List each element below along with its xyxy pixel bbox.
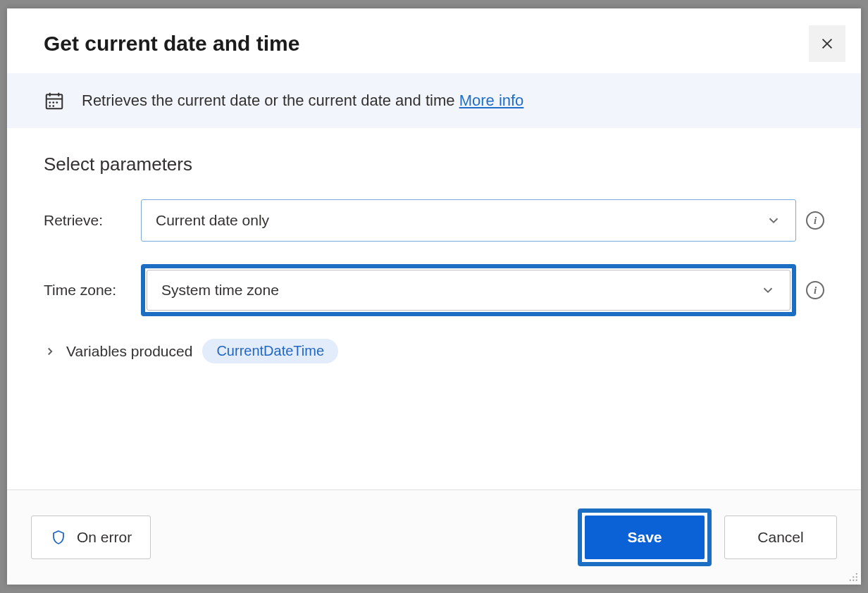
save-button[interactable]: Save — [585, 516, 705, 559]
timezone-highlight: System time zone — [141, 264, 796, 316]
retrieve-info-icon[interactable]: i — [806, 211, 824, 230]
timezone-info-icon[interactable]: i — [806, 281, 824, 299]
svg-point-14 — [856, 576, 857, 578]
timezone-dropdown[interactable]: System time zone — [147, 270, 790, 311]
dialog-body: Select parameters Retrieve: Current date… — [7, 128, 861, 489]
param-row-retrieve: Retrieve: Current date only i — [44, 199, 824, 242]
footer-right: Save Cancel — [578, 508, 837, 566]
close-icon — [819, 36, 835, 51]
svg-point-13 — [850, 580, 851, 581]
retrieve-value: Current date only — [156, 212, 269, 229]
svg-point-16 — [856, 573, 857, 575]
info-description: Retrieves the current date or the curren… — [82, 92, 523, 110]
cancel-button[interactable]: Cancel — [724, 516, 837, 559]
resize-grip-icon[interactable] — [845, 569, 858, 582]
svg-point-15 — [852, 576, 854, 578]
variable-pill-currentdatetime[interactable]: CurrentDateTime — [202, 339, 338, 363]
info-description-text: Retrieves the current date or the curren… — [82, 92, 455, 109]
timezone-value: System time zone — [161, 282, 279, 299]
dialog-title: Get current date and time — [44, 32, 299, 56]
retrieve-dropdown[interactable]: Current date only — [141, 199, 796, 242]
timezone-label: Time zone: — [44, 282, 131, 299]
dialog-header: Get current date and time — [7, 8, 861, 73]
calendar-icon — [44, 90, 65, 111]
dialog-get-current-date-time: Get current date and time Retrieves the … — [7, 8, 861, 585]
on-error-button[interactable]: On error — [31, 516, 151, 559]
chevron-down-icon — [760, 282, 776, 298]
more-info-link[interactable]: More info — [459, 92, 524, 109]
svg-point-11 — [856, 580, 857, 581]
close-button[interactable] — [809, 25, 845, 62]
variables-row: Variables produced CurrentDateTime — [44, 339, 824, 363]
info-banner: Retrieves the current date or the curren… — [7, 73, 861, 128]
on-error-label: On error — [77, 529, 132, 546]
svg-rect-2 — [46, 94, 63, 108]
retrieve-label: Retrieve: — [44, 212, 131, 229]
svg-point-12 — [852, 580, 854, 581]
save-highlight: Save — [578, 508, 712, 566]
shield-icon — [50, 529, 67, 546]
variables-label: Variables produced — [66, 343, 192, 360]
parameters-heading: Select parameters — [44, 154, 824, 175]
param-row-timezone: Time zone: System time zone i — [44, 264, 824, 316]
chevron-right-icon[interactable] — [44, 345, 56, 358]
chevron-down-icon — [766, 213, 781, 228]
dialog-footer: On error Save Cancel — [7, 489, 861, 585]
